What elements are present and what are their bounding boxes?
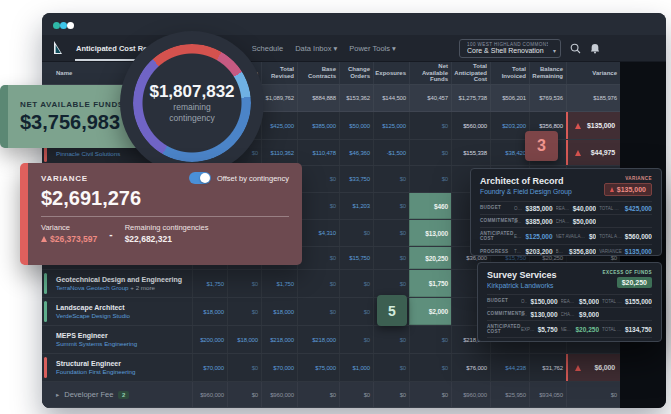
window-control-dot-2[interactable] [60, 22, 67, 29]
detail-popup-architect: Architect of RecordFoundry & Field Desig… [470, 168, 662, 256]
popup-metric-value: $20,250 [629, 341, 653, 342]
window-control-dot-3[interactable] [67, 22, 74, 29]
row-company-link[interactable]: VerdeScape Design Studio [56, 312, 192, 319]
cell-revised: $110,362 [261, 140, 297, 165]
popup-metric: REALLOCATIONS$5,000 [561, 298, 599, 305]
row-company-link[interactable]: Summit Systems Engineering [56, 340, 192, 347]
company-more-suffix: + 2 more [129, 284, 155, 291]
popup-metric-label: CHANGE ORDERS [556, 219, 570, 224]
variance-warning-value: $44,975 [591, 149, 615, 156]
column-header-revised[interactable]: Total Revised [261, 62, 297, 84]
company-name[interactable]: TerraNova Geotech Group [56, 284, 129, 291]
popup-row-category: ANTICIPATED COST [480, 231, 514, 242]
popup-metric-label: EXPOSURES [514, 234, 522, 239]
popup-metric-value: $125,000 [525, 233, 552, 240]
popup-metric: BASE CONTRACTS$385,000 [514, 218, 553, 225]
popup-metric-value: $155,000 [625, 298, 652, 305]
cell-original: $200,000 [192, 326, 227, 353]
variance-warning-value: $6,000 [594, 364, 615, 371]
variance-breakdown-right-value: $22,682,321 [125, 234, 172, 244]
cell-naf: $460 [409, 193, 451, 219]
cell-realloc: $0 [227, 298, 261, 325]
table-row[interactable]: ▸Developer Fee2$960,000$0$960,000$0$0$0$… [42, 382, 620, 408]
cell-tac: $76,000 [451, 354, 490, 381]
cell-revised: $70,000 [261, 354, 297, 381]
window-controls [53, 15, 74, 33]
cell-variance: $135,000 [566, 112, 620, 139]
table-row[interactable]: Structural EngineerFoundation First Engi… [42, 354, 620, 382]
row-name-cell: Structural EngineerFoundation First Engi… [42, 354, 192, 381]
cell-revised: $960,000 [261, 382, 297, 407]
window-control-dot-1[interactable] [53, 22, 60, 29]
popup-metric-label: TOTAL ANTICIPATED COST [602, 327, 622, 332]
tab-schedule[interactable]: Schedule [246, 35, 289, 61]
cell-realloc: $0 [227, 354, 261, 381]
popup-metric: BASE CONTRACTS$130,000 [521, 311, 558, 318]
company-name[interactable]: Foundation First Engineering [56, 368, 135, 375]
column-header-tac[interactable]: Total Anticipated Cost [451, 62, 490, 84]
cell-realloc: $0 [227, 382, 261, 407]
popup-metric-value: $385,000 [525, 218, 552, 225]
popup-metric-value: $50,000 [573, 218, 597, 225]
popup-company-link[interactable]: Kirkpatrick Landworks [487, 282, 557, 289]
cell-exposures: -$1,500 [373, 140, 409, 165]
popup-row: BUDGETORIGINAL$150,000REALLOCATIONS$5,00… [487, 294, 652, 307]
company-name[interactable]: Pinnacle Civil Solutions [56, 150, 120, 157]
cell-original: $1,750 [192, 270, 227, 297]
cell-invoiced: $203,200 [490, 112, 529, 139]
company-name[interactable]: VerdeScape Design Studio [56, 312, 130, 319]
cell-invoiced: $506,201 [490, 85, 529, 111]
row-status-strip [44, 273, 47, 294]
group-row-header[interactable]: ▸Developer Fee2 [56, 390, 192, 399]
popup-row-items: EXPOSURES$125,000NET AVAILABLE FUNDS$0TO… [514, 233, 652, 240]
popup-metric-label: REALLOCATIONS [561, 299, 577, 304]
popup-company-link[interactable]: Foundry & Field Design Group [480, 188, 572, 195]
divider [41, 216, 289, 217]
donut-label: remaining contingency [157, 102, 227, 123]
expand-arrow-icon[interactable]: ▸ [56, 391, 59, 399]
bell-icon[interactable] [590, 43, 600, 54]
company-name[interactable]: Summit Systems Engineering [56, 340, 137, 347]
popup-metric: TOTAL REVISED$425,000 [599, 205, 652, 212]
row-name-cell: Landscape ArchitectVerdeScape Design Stu… [42, 298, 192, 325]
variance-breakdown-left-label: Variance [41, 223, 97, 232]
popup-metric-label: BALANCE REMAINING [556, 249, 566, 254]
popup-metric-label: BASE CONTRACTS [514, 219, 522, 224]
chevron-down-icon: ▾ [553, 47, 556, 54]
cell-revised: $1,089,762 [261, 85, 297, 111]
popup-rows: BUDGETORIGINAL$385,000REALLOCATIONS$40,0… [480, 201, 652, 256]
tab-data-inbox[interactable]: Data Inbox ▾ [289, 35, 343, 61]
popup-metric-label: TOTAL REVISED [602, 299, 622, 304]
column-header-naf[interactable]: Net Available Funds [409, 62, 451, 84]
search-icon[interactable] [570, 43, 581, 54]
offset-toggle-label: Offset by contingency [217, 174, 289, 183]
cell-change: $46,360 [339, 140, 373, 165]
row-company-link[interactable]: TerraNova Geotech Group + 2 more [56, 284, 192, 291]
balance-alert-count-badge[interactable]: 3 [525, 131, 558, 161]
popup-metric-label: EXPOSURES [521, 327, 535, 332]
row-company-link[interactable]: Foundation First Engineering [56, 368, 192, 375]
tab-power-tools[interactable]: Power Tools ▾ [343, 35, 402, 61]
popup-row: PROGRESSTOTAL INVOICED$70,000BALANCE REM… [487, 337, 652, 342]
popup-metric: REALLOCATIONS$40,000 [556, 205, 597, 212]
cell-naf: $0 [409, 326, 451, 353]
project-selector[interactable]: 100 WEST HIGHLAND COMMONS Core & Shell R… [459, 39, 561, 58]
column-header-base[interactable]: Base Contracts [297, 62, 339, 84]
popup-metric-value: $150,000 [530, 298, 557, 305]
popup-metric: TOTAL INVOICED$70,000 [521, 341, 558, 342]
column-header-balance[interactable]: Balance Remaining [529, 62, 566, 84]
column-header-exposures[interactable]: Exposures [373, 62, 409, 84]
offset-by-contingency-toggle[interactable] [189, 172, 211, 184]
exposure-count-badge[interactable]: 5 [377, 295, 407, 326]
variance-card: VARIANCE Offset by contingency $2,691,27… [20, 163, 302, 265]
column-header-invoiced[interactable]: Total Invoiced [490, 62, 529, 84]
column-header-variance[interactable]: Variance [566, 62, 620, 84]
popup-flag-value: $20,250 [622, 279, 647, 286]
cell-naf: $0 [409, 140, 451, 165]
popup-flag: VARIANCE$135,000 [604, 176, 652, 196]
column-header-change[interactable]: Change Orders [339, 62, 373, 84]
popup-row-category: PROGRESS [480, 249, 514, 255]
popup-metric-value: $5,750 [538, 326, 558, 333]
popup-row-category: COMMITMENTS [487, 311, 521, 317]
popup-row-items: ORIGINAL$385,000REALLOCATIONS$40,000TOTA… [514, 205, 652, 212]
